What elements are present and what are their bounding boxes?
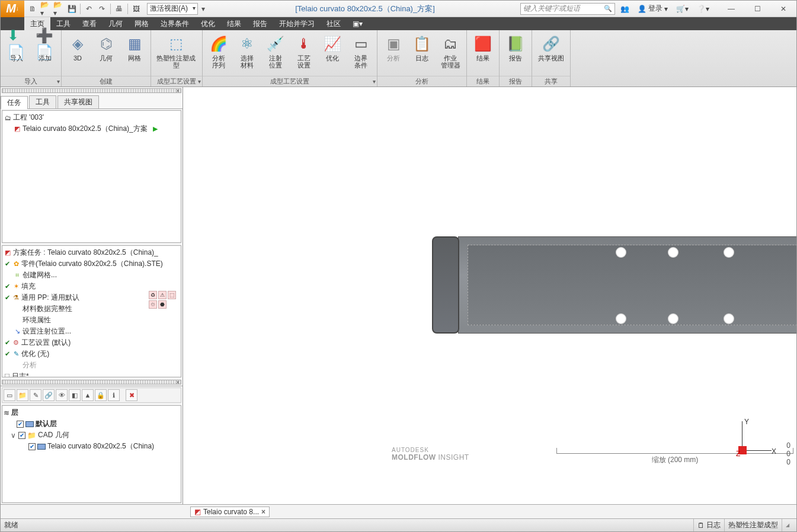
tab-shareview-left[interactable]: 共享视图: [57, 95, 99, 108]
scheme-optimize[interactable]: ✔✎优化 (无): [4, 348, 180, 360]
layer-color-icon[interactable]: ◧: [69, 389, 81, 401]
layer-up-icon[interactable]: ▲: [82, 389, 94, 401]
scheme-process[interactable]: ✔⚙工艺设置 (默认): [4, 337, 180, 348]
panel-grip[interactable]: ×: [2, 88, 181, 93]
tab-mesh[interactable]: 网格: [129, 17, 155, 30]
tab-report[interactable]: 报告: [247, 17, 273, 30]
select-material-button[interactable]: ⚛选择 材料: [235, 33, 260, 70]
mesh-button[interactable]: ▦网格: [122, 33, 147, 63]
scheme-part[interactable]: ✔✿零件(Telaio curvato 80x20x2.5（China).STE…: [4, 258, 180, 270]
checkbox-icon[interactable]: ✔: [18, 432, 25, 439]
community-icon[interactable]: 👥: [617, 3, 632, 15]
project-child[interactable]: ◩Telaio curvato 80x20x2.5（China)_方案▶: [4, 123, 180, 134]
undo-icon[interactable]: ↶: [83, 3, 95, 15]
save-icon[interactable]: 💾: [66, 3, 78, 15]
tab-tasks[interactable]: 任务: [1, 96, 28, 109]
tab-optimize[interactable]: 优化: [195, 17, 221, 30]
help-icon[interactable]: ❔▾: [694, 3, 712, 15]
analysis-seq-button[interactable]: 🌈分析 序列: [206, 33, 231, 70]
layer-delete-icon[interactable]: ✖: [126, 389, 137, 401]
open2-icon[interactable]: 📂▾: [53, 3, 65, 15]
layer-pencil-icon[interactable]: ✎: [30, 389, 41, 401]
share-view-button[interactable]: 🔗共享视图: [536, 33, 566, 63]
scheme-set-inject[interactable]: ↘设置注射位置...: [4, 326, 180, 337]
qat-more-icon[interactable]: ▾: [199, 3, 207, 15]
document-tab[interactable]: ◩ Telaio curvato 8... ×: [190, 507, 270, 517]
layer-cad-geo[interactable]: ∨✔📁CAD 几何: [4, 430, 180, 441]
thermoplastic-button[interactable]: ⬚热塑性注塑成型: [155, 33, 197, 70]
doc-tab-close-icon[interactable]: ×: [261, 508, 265, 516]
scheme-env-attr[interactable]: 环境属性: [4, 315, 180, 326]
boundary-button[interactable]: ▭边界 条件: [348, 33, 373, 70]
optimize-button[interactable]: 📈优化: [320, 33, 345, 63]
tab-tools-left[interactable]: 工具: [29, 95, 56, 108]
tab-addins-icon[interactable]: ▣▾: [347, 17, 369, 30]
process-settings-button[interactable]: 🌡工艺 设置: [292, 33, 316, 70]
geometry-button[interactable]: ⌬几何: [94, 33, 119, 63]
layer-new-icon[interactable]: ▭: [4, 389, 15, 401]
tab-getstarted[interactable]: 开始并学习: [273, 17, 321, 30]
layer-info-icon[interactable]: ℹ: [108, 389, 120, 401]
layer-cad-child[interactable]: ✔Telaio curvato 80x20x2.5（China): [4, 441, 180, 452]
status-resize-grip-icon[interactable]: ◢: [782, 519, 793, 531]
app-logo[interactable]: M↓: [1, 1, 24, 17]
new-icon[interactable]: 🗎: [27, 3, 39, 15]
checkbox-icon[interactable]: ✔: [28, 443, 36, 450]
search-input[interactable]: 键入关键字或短语: [520, 3, 615, 15]
layers-root[interactable]: ≋层: [4, 407, 180, 418]
status-mode[interactable]: 热塑性注塑成型: [724, 519, 782, 531]
log-button[interactable]: 📋日志: [409, 33, 434, 63]
report-button[interactable]: 📗报告: [503, 33, 528, 63]
tab-community[interactable]: 社区: [321, 17, 347, 30]
ribbon: ⬇📄导入 ➕📄添加 导入▾ ◈3D ⌬几何 ▦网格 创建 ⬚热塑性注塑成型 成型…: [1, 30, 796, 87]
tab-boundary[interactable]: 边界条件: [155, 17, 195, 30]
minimize-button[interactable]: —: [718, 1, 744, 17]
image-icon[interactable]: 🖼: [130, 3, 142, 15]
layer-link-icon[interactable]: 🔗: [43, 389, 55, 401]
import-button[interactable]: ⬇📄导入: [4, 33, 29, 63]
layer-folder-icon[interactable]: 📁: [17, 389, 28, 401]
panel-grip-2[interactable]: ×: [2, 380, 181, 384]
open-icon[interactable]: 📂▾: [40, 3, 52, 15]
scheme-create-mesh[interactable]: ⌗创建网格...: [4, 270, 180, 281]
tab-geometry[interactable]: 几何: [103, 17, 129, 30]
print-icon[interactable]: 🖶: [113, 3, 125, 15]
project-tree[interactable]: 🗂工程 '003' ◩Telaio curvato 80x20x2.5（Chin…: [2, 110, 181, 243]
project-root[interactable]: 🗂工程 '003': [4, 112, 180, 123]
left-panel: × 任务 工具 共享视图 🗂工程 '003' ◩Telaio curvato 8…: [1, 87, 183, 504]
scheme-tree[interactable]: ◩方案任务 : Telaio curvato 80x20x2.5（China)_…: [2, 245, 181, 378]
model-part: [432, 236, 797, 334]
job-manager-button[interactable]: 🗂作业 管理器: [438, 33, 463, 70]
result-button[interactable]: 🟥结果: [470, 33, 495, 63]
inject-location-button[interactable]: 💉注射 位置: [263, 33, 288, 70]
tab-view[interactable]: 查看: [76, 17, 103, 30]
cart-icon[interactable]: 🛒▾: [673, 3, 692, 15]
scheme-title[interactable]: ◩方案任务 : Telaio curvato 80x20x2.5（China)_: [4, 247, 180, 258]
analyze-button[interactable]: ▣分析: [381, 33, 406, 63]
3d-canvas[interactable]: AUTODESK MOLDFLOW INSIGHT 缩放 (200 mm) Y …: [183, 87, 796, 504]
checkbox-icon[interactable]: ✔: [17, 421, 24, 428]
report-icon: 📗: [506, 34, 525, 53]
add-button[interactable]: ➕📄添加: [33, 33, 57, 63]
tab-results[interactable]: 结果: [221, 17, 247, 30]
login-button[interactable]: 👤 登录 ▾: [635, 3, 671, 15]
scheme-log[interactable]: ☐日志*: [4, 371, 180, 378]
status-log-button[interactable]: 🗒日志: [693, 519, 724, 531]
layer-eye-icon[interactable]: 👁: [56, 389, 68, 401]
panel-close-icon[interactable]: ×: [176, 88, 180, 94]
scheme-analysis[interactable]: 分析: [4, 360, 180, 371]
layer-default[interactable]: ✔默认层: [4, 418, 180, 430]
layers-tree[interactable]: ≋层 ✔默认层 ∨✔📁CAD 几何 ✔Telaio curvato 80x20x…: [2, 405, 181, 503]
import-icon: ⬇📄: [7, 34, 26, 53]
add-icon: ➕📄: [36, 34, 55, 53]
activate-view-combo[interactable]: 激活视图(A): [147, 3, 198, 15]
maximize-button[interactable]: ☐: [744, 1, 770, 17]
panel-close2-icon[interactable]: ×: [176, 379, 180, 386]
close-button[interactable]: ✕: [770, 1, 796, 17]
fill-icon: ✶: [12, 282, 20, 290]
redo-icon[interactable]: ↷: [96, 3, 108, 15]
window-title: [Telaio curvato 80x20x2.5（China)_方案]: [210, 4, 520, 14]
3d-button[interactable]: ◈3D: [65, 33, 90, 63]
status-ready: 就绪: [4, 520, 18, 530]
layer-lock-icon[interactable]: 🔒: [95, 389, 107, 401]
